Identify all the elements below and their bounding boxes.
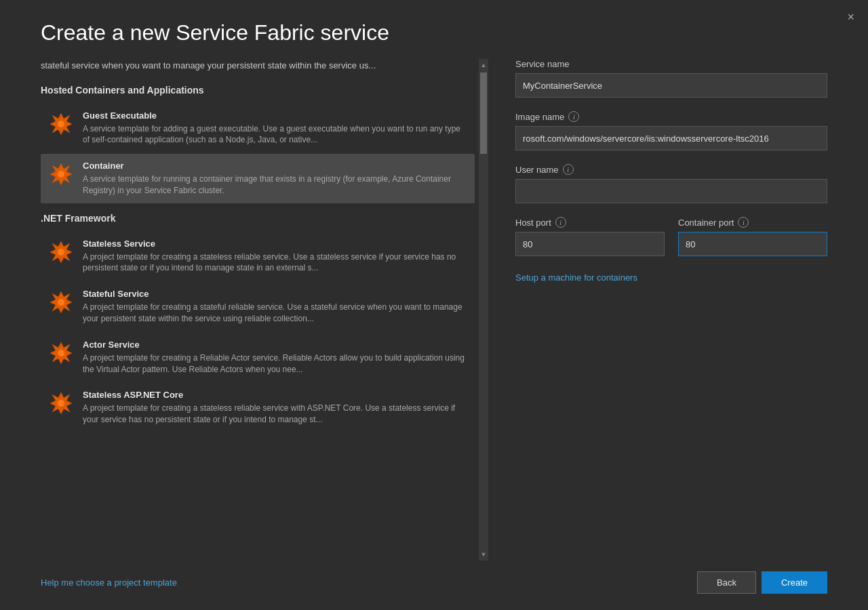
service-text-guest-executable: Guest Executable A service template for … (83, 110, 467, 146)
dialog-title: Create a new Service Fabric service (0, 0, 868, 59)
service-text-stateless-service: Stateless Service A project template for… (83, 239, 467, 274)
service-name-guest-executable: Guest Executable (83, 110, 467, 121)
setup-link[interactable]: Setup a machine for containers (515, 272, 827, 283)
left-panel: stateful service when you want to manage… (41, 59, 488, 561)
image-name-info-icon[interactable]: i (568, 111, 579, 122)
service-item-actor-service[interactable]: Actor Service A project template for cre… (41, 333, 475, 382)
service-desc-stateless-aspnet: A project template for creating a statel… (83, 403, 467, 426)
create-button[interactable]: Create (762, 571, 827, 594)
service-icon-stateless-aspnet (49, 391, 73, 415)
host-port-group: Host port i (515, 217, 665, 256)
scroll-area[interactable]: stateful service when you want to manage… (41, 59, 488, 561)
image-name-group: Image name i (515, 111, 827, 150)
close-button[interactable]: × (847, 11, 854, 23)
svg-point-3 (58, 171, 64, 178)
section-header-dotnet: .NET Framework (41, 213, 475, 224)
user-name-info-icon[interactable]: i (563, 164, 574, 175)
service-text-container: Container A service template for running… (83, 161, 467, 197)
service-icon-stateless-service (49, 240, 73, 264)
service-item-stateless-aspnet[interactable]: Stateless ASP.NET Core A project templat… (41, 383, 475, 432)
scroll-up-button[interactable]: ▲ (479, 59, 488, 71)
service-desc-actor-service: A project template for creating a Reliab… (83, 352, 467, 375)
service-desc-stateful-service: A project template for creating a statef… (83, 302, 467, 325)
service-text-stateless-aspnet: Stateless ASP.NET Core A project templat… (83, 390, 467, 426)
host-port-info-icon[interactable]: i (555, 217, 566, 228)
service-icon-container (49, 162, 73, 186)
section-header-hosted: Hosted Containers and Applications (41, 85, 475, 96)
port-row: Host port i Container port i (515, 217, 827, 256)
scroll-down-button[interactable]: ▼ (479, 548, 488, 561)
dialog-footer: Help me choose a project template Back C… (0, 561, 868, 610)
service-text-actor-service: Actor Service A project template for cre… (83, 340, 467, 375)
help-link[interactable]: Help me choose a project template (41, 577, 177, 588)
service-text-stateful-service: Stateful Service A project template for … (83, 289, 467, 325)
service-name-group: Service name (515, 59, 827, 98)
scrollbar[interactable]: ▲ ▼ (479, 59, 488, 561)
container-port-group: Container port i (678, 217, 827, 256)
service-item-stateless-service[interactable]: Stateless Service A project template for… (41, 232, 475, 281)
service-icon-actor-service (49, 341, 73, 365)
svg-point-1 (58, 121, 64, 127)
service-name-actor-service: Actor Service (83, 340, 467, 350)
service-icon-stateful-service (49, 290, 73, 314)
service-name-stateless-service: Stateless Service (83, 239, 467, 249)
service-name-container: Container (83, 161, 467, 171)
scroll-thumb[interactable] (480, 73, 487, 154)
container-port-input[interactable] (678, 232, 827, 256)
host-port-input[interactable] (515, 232, 665, 256)
svg-point-11 (58, 400, 64, 407)
right-panel: Service name Image name i User name i (515, 59, 827, 561)
host-port-label: Host port i (515, 217, 665, 228)
service-desc-container: A service template for running a contain… (83, 174, 467, 197)
service-item-stateful-service[interactable]: Stateful Service A project template for … (41, 282, 475, 331)
service-desc-stateless-service: A project template for creating a statel… (83, 251, 467, 274)
image-name-input[interactable] (515, 126, 827, 150)
container-port-label: Container port i (678, 217, 827, 228)
service-name-input[interactable] (515, 73, 827, 98)
image-name-label: Image name i (515, 111, 827, 122)
service-desc-guest-executable: A service template for adding a guest ex… (83, 123, 467, 146)
user-name-label: User name i (515, 164, 827, 175)
svg-point-5 (58, 249, 64, 256)
user-name-group: User name i (515, 164, 827, 203)
dialog: × Create a new Service Fabric service st… (0, 0, 868, 610)
container-port-info-icon[interactable]: i (738, 217, 749, 228)
dialog-body: stateful service when you want to manage… (0, 59, 868, 561)
footer-buttons: Back Create (697, 571, 827, 594)
intro-text: stateful service when you want to manage… (41, 59, 475, 73)
service-item-guest-executable[interactable]: Guest Executable A service template for … (41, 104, 475, 153)
service-icon-guest-executable (49, 112, 73, 136)
service-name-stateful-service: Stateful Service (83, 289, 467, 299)
svg-point-7 (58, 299, 64, 306)
service-item-container[interactable]: Container A service template for running… (41, 154, 475, 203)
user-name-input[interactable] (515, 179, 827, 203)
service-name-stateless-aspnet: Stateless ASP.NET Core (83, 390, 467, 400)
svg-point-9 (58, 350, 64, 357)
scroll-wrapper: stateful service when you want to manage… (41, 59, 488, 561)
service-name-label: Service name (515, 59, 827, 69)
back-button[interactable]: Back (697, 571, 756, 594)
